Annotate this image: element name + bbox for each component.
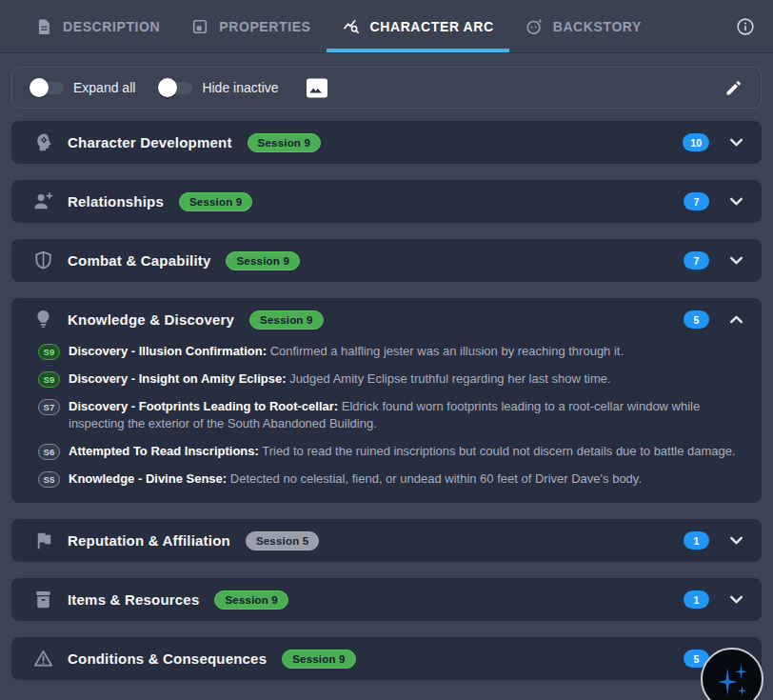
ai-sparkles-icon bbox=[710, 657, 754, 700]
count-badge: 7 bbox=[684, 251, 709, 270]
session-badge: S9 bbox=[38, 371, 60, 388]
pencil-icon[interactable] bbox=[724, 78, 743, 97]
tab-label: CHARACTER ARC bbox=[370, 19, 494, 34]
section-title: Relationships bbox=[68, 193, 164, 210]
section-items-resources: Items & Resources Session 9 1 bbox=[11, 578, 762, 621]
count-badge: 10 bbox=[683, 133, 709, 151]
person-add-icon bbox=[32, 190, 54, 212]
tabbar-spacer bbox=[657, 0, 735, 52]
expand-all-toggle[interactable] bbox=[30, 78, 64, 97]
count-badge: 1 bbox=[684, 590, 709, 609]
list-item: S5 Knowledge - Divine Sense: Detected no… bbox=[38, 470, 741, 488]
lightbulb-icon bbox=[32, 309, 54, 330]
count-badge: 5 bbox=[684, 310, 709, 329]
entry-text: Knowledge - Divine Sense: Detected no ce… bbox=[69, 470, 642, 488]
tab-label: PROPERTIES bbox=[219, 19, 310, 34]
section-knowledge-discovery: Knowledge & Discovery Session 9 5 S9 Dis… bbox=[11, 298, 762, 503]
section-title: Knowledge & Discovery bbox=[68, 311, 234, 328]
session-pill: Session 9 bbox=[248, 133, 322, 152]
entry-text: Discovery - Insight on Amity Eclipse: Ju… bbox=[69, 370, 611, 388]
toggle-thumb bbox=[30, 78, 49, 97]
section-header[interactable]: Conditions & Consequences Session 9 5 bbox=[11, 637, 762, 680]
entry-text: Discovery - Footprints Leading to Root-c… bbox=[69, 398, 741, 432]
list-item: S7 Discovery - Footprints Leading to Roo… bbox=[38, 398, 741, 432]
entry-list: S9 Discovery - Illusion Confirmation: Co… bbox=[11, 341, 762, 503]
chevron-down-icon bbox=[728, 134, 744, 150]
psychology-icon bbox=[32, 131, 54, 153]
section-header[interactable]: Character Development Session 9 10 bbox=[11, 121, 762, 164]
tab-backstory[interactable]: BACKSTORY bbox=[509, 0, 657, 52]
info-icon[interactable] bbox=[735, 16, 756, 37]
document-icon bbox=[34, 17, 53, 36]
session-pill: Session 9 bbox=[282, 650, 356, 669]
section-relationships: Relationships Session 9 7 bbox=[11, 180, 762, 223]
session-pill: Session 9 bbox=[179, 192, 253, 211]
session-pill: Session 9 bbox=[249, 310, 324, 330]
entry-text: Discovery - Illusion Confirmation: Confi… bbox=[69, 343, 624, 360]
tab-label: DESCRIPTION bbox=[63, 19, 160, 34]
session-pill: Session 9 bbox=[214, 590, 288, 610]
hide-inactive-label: Hide inactive bbox=[202, 80, 278, 95]
entry-text: Attempted To Read Inscriptions: Tried to… bbox=[69, 443, 736, 460]
toggle-thumb bbox=[158, 78, 177, 97]
section-reputation-affiliation: Reputation & Affiliation Session 5 1 bbox=[11, 519, 762, 562]
section-title: Combat & Capability bbox=[68, 252, 210, 269]
section-header[interactable]: Relationships Session 9 7 bbox=[11, 180, 762, 223]
section-header[interactable]: Combat & Capability Session 9 7 bbox=[11, 239, 762, 282]
tab-bar: DESCRIPTION PROPERTIES CHARACTER ARC BAC… bbox=[0, 0, 773, 53]
list-item: S6 Attempted To Read Inscriptions: Tried… bbox=[38, 443, 741, 460]
chevron-down-icon bbox=[728, 591, 744, 608]
list-item: S9 Discovery - Insight on Amity Eclipse:… bbox=[38, 370, 741, 388]
flag-icon bbox=[32, 530, 54, 551]
view-controls-bar: Expand all Hide inactive bbox=[11, 67, 762, 109]
expand-all-label: Expand all bbox=[73, 80, 135, 95]
image-icon[interactable] bbox=[306, 78, 328, 98]
warning-icon bbox=[32, 648, 54, 670]
count-badge: 1 bbox=[684, 531, 709, 550]
chevron-down-icon bbox=[728, 252, 744, 269]
hide-inactive-toggle[interactable] bbox=[158, 78, 192, 97]
section-header[interactable]: Items & Resources Session 9 1 bbox=[11, 578, 762, 621]
section-title: Reputation & Affiliation bbox=[68, 532, 230, 549]
section-header[interactable]: Knowledge & Discovery Session 9 5 bbox=[11, 298, 762, 341]
session-pill: Session 5 bbox=[246, 531, 320, 550]
section-character-development: Character Development Session 9 10 bbox=[11, 121, 762, 164]
section-conditions-consequences: Conditions & Consequences Session 9 5 bbox=[11, 637, 762, 680]
count-badge: 7 bbox=[684, 192, 709, 210]
tab-properties[interactable]: PROPERTIES bbox=[175, 0, 326, 52]
session-badge: S9 bbox=[38, 344, 60, 360]
shield-icon bbox=[32, 250, 54, 271]
tab-label: BACKSTORY bbox=[553, 19, 642, 34]
tab-description[interactable]: DESCRIPTION bbox=[19, 0, 175, 52]
inventory-icon bbox=[32, 589, 54, 610]
section-header[interactable]: Reputation & Affiliation Session 5 1 bbox=[11, 519, 762, 562]
section-title: Conditions & Consequences bbox=[68, 650, 267, 667]
session-badge: S6 bbox=[38, 444, 60, 460]
chevron-down-icon bbox=[728, 193, 744, 210]
list-item: S9 Discovery - Illusion Confirmation: Co… bbox=[38, 343, 741, 360]
query-stats-icon bbox=[342, 17, 361, 36]
section-title: Character Development bbox=[68, 134, 232, 150]
session-badge: S5 bbox=[38, 471, 60, 488]
section-title: Items & Resources bbox=[68, 591, 199, 608]
chevron-down-icon bbox=[728, 532, 744, 549]
table-icon bbox=[190, 17, 209, 36]
tab-character-arc[interactable]: CHARACTER ARC bbox=[327, 0, 509, 52]
session-badge: S7 bbox=[38, 399, 60, 415]
face-history-icon bbox=[525, 17, 544, 36]
session-pill: Session 9 bbox=[226, 251, 300, 270]
section-combat-capability: Combat & Capability Session 9 7 bbox=[11, 239, 762, 282]
chevron-up-icon bbox=[728, 311, 744, 328]
